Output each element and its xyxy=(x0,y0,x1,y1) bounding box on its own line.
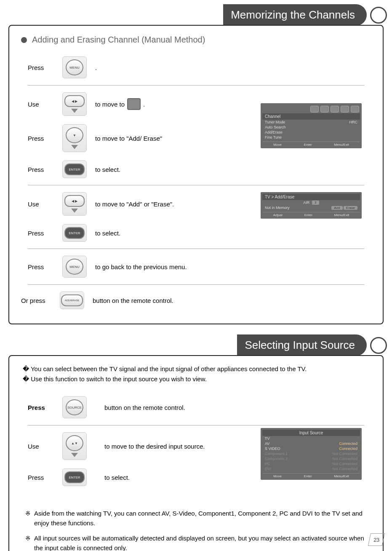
remote-button-graphic: ENTER xyxy=(62,468,87,486)
osd-row: Fine Tune xyxy=(262,135,360,140)
arrow-down-icon xyxy=(71,209,78,213)
osd-row: AVConnected xyxy=(262,441,360,446)
step-row: Or press ADD/ERASE button on the remote … xyxy=(18,287,374,313)
step-verb: Use xyxy=(28,201,57,208)
up-down-button-icon: ▲▼ xyxy=(66,435,83,451)
arrow-down-icon xyxy=(71,453,78,457)
osd-breadcrumb: TV > Add/Erase xyxy=(265,195,294,199)
osd-row: Add/Erase xyxy=(262,130,360,135)
step-row: Use ◀ ▶ to move to "Add" or "Erase". TV … xyxy=(18,188,374,220)
osd-add-erase: TV > Add/Erase AIR 2 Not in Memory Add E… xyxy=(261,192,362,219)
step-desc: to go back to the previous menu. xyxy=(95,263,187,270)
step-desc: to select. xyxy=(95,166,120,173)
remote-button-graphic: MENU xyxy=(62,256,87,278)
remote-button-graphic: ENTER xyxy=(62,224,87,242)
step-verb: Press xyxy=(28,404,57,411)
osd-tab-icon xyxy=(320,106,329,112)
osd-row: Component 1Not Connected xyxy=(262,451,360,456)
osd-hint: Menu/Exit xyxy=(334,143,349,147)
down-button-icon: ▼ xyxy=(66,127,83,143)
page-number: 23 xyxy=(368,533,385,546)
intro-line: � Use this function to switch to the inp… xyxy=(23,375,374,383)
step-row: Press ▼ to move to "Add/ Erase" Channel … xyxy=(18,120,374,156)
osd-hint: Enter xyxy=(304,213,312,217)
reference-mark-icon: ※ xyxy=(25,509,31,528)
step-row: Press ENTER to select. xyxy=(18,220,374,246)
osd-title: Input Source xyxy=(299,431,323,435)
osd-erase-button: Erase xyxy=(344,206,357,210)
osd-row: TV xyxy=(262,436,360,441)
menu-button-icon: MENU xyxy=(66,259,83,275)
footnote: ※ All input sources will be automaticall… xyxy=(25,534,374,551)
osd-hint: Menu/Exit xyxy=(334,213,349,217)
left-right-button-icon: ◀ ▶ xyxy=(64,195,85,207)
add-erase-button-icon: ADD/ERASE xyxy=(61,294,83,306)
enter-button-icon: ENTER xyxy=(64,163,85,175)
step-desc: . xyxy=(95,64,97,71)
step-desc: to move to "Add" or "Erase". xyxy=(95,201,174,208)
bullet-icon xyxy=(21,37,27,43)
step-desc: to move to the desired input source. xyxy=(104,443,205,450)
remote-button-graphic: ◀ ▶ xyxy=(62,192,87,216)
intro-line: � You can select between the TV signal a… xyxy=(23,365,374,373)
remote-button-graphic: SOURCE xyxy=(62,396,87,418)
step-desc: to select. xyxy=(95,230,120,237)
arrow-down-icon xyxy=(71,145,78,149)
osd-row: Not in Memory Add Erase xyxy=(262,205,360,210)
reference-mark-icon: ※ xyxy=(25,534,31,551)
osd-tab-icon xyxy=(331,106,339,112)
step-row: Press SOURCE button on the remote contro… xyxy=(18,392,374,423)
osd-hint: Enter xyxy=(304,143,312,147)
step-verb: Or press xyxy=(21,297,55,304)
osd-hint: Move xyxy=(273,143,282,147)
step-row: Press ENTER to select. xyxy=(18,156,374,182)
step-verb: Press xyxy=(28,166,57,173)
enter-button-icon: ENTER xyxy=(64,471,85,483)
page-title-2: Selecting Input Source xyxy=(237,334,367,356)
osd-tab-icon xyxy=(310,106,319,112)
page-title-1: Memorizing the Channels xyxy=(223,4,367,26)
osd-tab-icon xyxy=(341,106,349,112)
subsection-title: Adding and Erasing Channel (Manual Metho… xyxy=(32,35,205,45)
step-row: Press MENU to go back to the previous me… xyxy=(18,251,374,282)
channel-number: 2 xyxy=(312,201,319,205)
step-desc: to select. xyxy=(104,474,130,481)
title-decor-circle xyxy=(370,337,387,354)
step-verb: Press xyxy=(28,263,57,270)
osd-row: Component 2Not Connected xyxy=(262,456,360,461)
step-desc: to move to "Add/ Erase" xyxy=(95,135,162,142)
remote-button-graphic: ▲▼ xyxy=(62,432,87,460)
osd-row: Tuner ModeHRC xyxy=(262,120,360,125)
step-desc: button on the remote control. xyxy=(93,297,173,304)
step-row: Press MENU . xyxy=(18,52,374,83)
divider xyxy=(28,249,364,249)
enter-button-icon: ENTER xyxy=(64,227,85,239)
divider xyxy=(28,85,364,86)
divider xyxy=(28,425,364,425)
step-verb: Use xyxy=(28,443,57,450)
step-verb: Press xyxy=(28,230,57,237)
step-verb: Press xyxy=(28,64,57,71)
remote-button-graphic: ENTER xyxy=(62,160,87,178)
subsection-heading: Adding and Erasing Channel (Manual Metho… xyxy=(21,35,374,45)
osd-row: AIR 2 xyxy=(262,200,360,205)
step-verb: Press xyxy=(28,135,57,142)
arrow-down-icon xyxy=(71,109,78,113)
divider xyxy=(28,185,364,185)
channel-menu-icon xyxy=(127,98,141,110)
osd-row: S VIDEOConnected xyxy=(262,446,360,451)
step-verb: Press xyxy=(28,474,57,481)
remote-button-graphic: ▼ xyxy=(62,124,87,152)
osd-status: Not in Memory xyxy=(265,206,290,210)
step-desc: to move to . xyxy=(95,98,145,110)
remote-button-graphic: ◀ ▶ xyxy=(62,92,87,116)
divider xyxy=(28,284,364,285)
remote-button-graphic: ADD/ERASE xyxy=(60,292,84,309)
section-input-source: � You can select between the TV signal a… xyxy=(8,355,384,551)
osd-row: Auto Search xyxy=(262,125,360,130)
osd-add-button: Add xyxy=(331,206,342,210)
section-memorizing: Adding and Erasing Channel (Manual Metho… xyxy=(8,25,384,324)
osd-title: Channel xyxy=(265,114,280,119)
step-row: Use ▲▼ to move to the desired input sour… xyxy=(18,428,374,464)
step-verb: Use xyxy=(28,101,57,108)
